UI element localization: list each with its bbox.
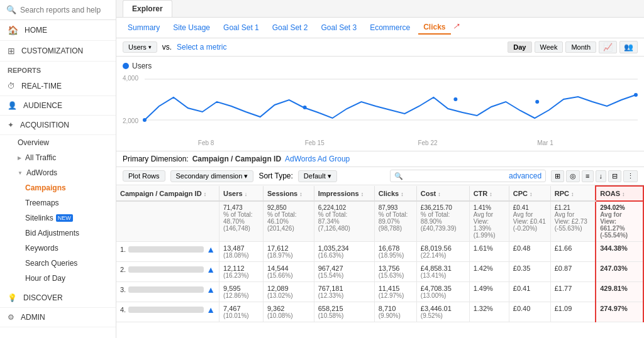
select-metric-link[interactable]: Select a metric: [177, 43, 226, 52]
row3-impressions: 767,181 (12.33%): [314, 282, 374, 302]
sort-icon-users: ↓: [245, 191, 248, 197]
tab-goal-set-3[interactable]: Goal Set 3: [316, 21, 362, 34]
th-cost[interactable]: Cost ↕: [416, 186, 469, 201]
acquisition-icon: ✦: [8, 121, 14, 129]
sidebar-item-realtime[interactable]: ⏱ REAL-TIME: [0, 77, 116, 96]
th-users-label: Users: [223, 190, 243, 197]
totals-cpc: £0.41 Avg for View: £0.41 (-0.20%): [509, 201, 550, 242]
sort-icon-cpc: ↕: [530, 191, 533, 197]
discover-icon: 💡: [8, 293, 17, 302]
sidebar-sub-keywords[interactable]: Keywords: [0, 241, 116, 256]
realtime-label: REAL-TIME: [21, 82, 62, 90]
table-controls: Plot Rows Secondary dimension ▾ Sort Typ…: [116, 167, 644, 185]
row4-roas: 274.97%: [596, 302, 643, 322]
chart-svg-container: 4,000 2,000 Feb 8 Feb 15 Feb 22 Mar 1: [123, 73, 638, 148]
row2-impressions: 967,427 (15.54%): [314, 262, 374, 282]
download-button[interactable]: ↓: [596, 170, 607, 182]
table-search-box: 🔍 advanced: [390, 170, 546, 182]
advanced-link[interactable]: advanced: [509, 172, 541, 180]
totals-row: 71,473 % of Total: 48.70% (146,748) 92,8…: [116, 201, 643, 242]
sidebar-item-customization[interactable]: ⊞ CUSTOMIZATION: [0, 41, 116, 62]
explorer-tab[interactable]: Explorer: [123, 0, 172, 17]
table-search-input[interactable]: [406, 172, 506, 180]
grid-view-button[interactable]: ⊞: [551, 170, 564, 182]
sidebar-sub-search-queries[interactable]: Search Queries: [0, 256, 116, 271]
sidebar-item-audience[interactable]: 👤 AUDIENCE: [0, 96, 116, 116]
sort-icon-cost: ↕: [438, 191, 441, 197]
sidebar: 🔍 🏠 HOME ⊞ CUSTOMIZATION Reports ⏱ REAL-…: [0, 0, 116, 338]
sidebar-sub-bid-adj[interactable]: Bid Adjustments: [0, 226, 116, 241]
tab-ecommerce[interactable]: Ecommerce: [365, 21, 415, 34]
row2-adwords-icon: ▲: [206, 264, 215, 275]
view-icons: ⊞ ◎ ≡ ↓ ⊟ ⋮: [551, 170, 638, 182]
pie-view-button[interactable]: ◎: [566, 170, 580, 182]
th-cpc[interactable]: CPC ↕: [509, 186, 550, 201]
chart-dot: [123, 63, 129, 69]
row1-num: 1.: [120, 246, 126, 253]
tab-site-usage[interactable]: Site Usage: [168, 21, 215, 34]
day-button[interactable]: Day: [508, 41, 531, 53]
month-button[interactable]: Month: [565, 41, 596, 53]
th-roas[interactable]: ROAS ↕: [596, 186, 643, 201]
sidebar-sub-adwords[interactable]: AdWords: [0, 165, 116, 180]
row4-num: 4.: [120, 306, 126, 313]
th-clicks[interactable]: Clicks ↕: [374, 186, 416, 201]
bar-chart-button[interactable]: 👥: [619, 41, 638, 53]
row3-num: 3.: [120, 286, 126, 293]
totals-impressions: 6,224,102 % of Total: 87.34% (7,126,480): [314, 201, 374, 242]
sort-icon-impressions: ↕: [361, 191, 364, 197]
sort-icon-rpc: ↕: [571, 191, 574, 197]
svg-text:Feb 15: Feb 15: [305, 139, 325, 146]
tab-goal-set-1[interactable]: Goal Set 1: [218, 21, 264, 34]
th-campaign-label: Campaign / Campaign ID: [120, 190, 202, 197]
admin-icon: ⚙: [8, 313, 14, 322]
th-ctr[interactable]: CTR ↕: [469, 186, 509, 201]
th-users[interactable]: Users ↓: [219, 186, 264, 201]
sidebar-sub-all-traffic[interactable]: All Traffic: [0, 150, 116, 165]
totals-roas: 294.02% Avg for View: 661.27% (-55.54%): [596, 201, 643, 242]
sidebar-item-discover[interactable]: 💡 DISCOVER: [0, 288, 116, 308]
table-view-button[interactable]: ≡: [582, 170, 593, 182]
table-row: 4. ▲ 7,467 (10.01%) 9,362 (10.08%): [116, 302, 643, 322]
row3-ctr: 1.49%: [469, 282, 509, 302]
tab-summary[interactable]: Summary: [123, 21, 165, 34]
chart-legend: Users: [123, 62, 638, 70]
primary-dim-link[interactable]: AdWords Ad Group: [285, 155, 350, 163]
users-metric-button[interactable]: Users ▾: [123, 41, 157, 53]
sort-type-button[interactable]: Default ▾: [298, 170, 337, 182]
row4-adwords-icon: ▲: [206, 305, 215, 315]
time-controls: Day Week Month 📈 👥: [508, 41, 638, 53]
row1-sessions: 17,612 (18.97%): [263, 242, 314, 262]
th-ctr-label: CTR: [474, 190, 488, 197]
th-sessions[interactable]: Sessions ↕: [263, 186, 314, 201]
week-button[interactable]: Week: [535, 41, 564, 53]
search-icon: 🔍: [6, 5, 16, 14]
secondary-dim-button[interactable]: Secondary dimension ▾: [170, 170, 254, 182]
vs-label: vs.: [162, 43, 172, 52]
row4-cpc: £0.40: [509, 302, 550, 322]
columns-button[interactable]: ⊟: [608, 170, 621, 182]
sidebar-sub-treemaps[interactable]: Treemaps: [0, 195, 116, 210]
svg-point-11: [535, 100, 539, 104]
svg-text:Mar 1: Mar 1: [537, 139, 553, 146]
tab-goal-set-2[interactable]: Goal Set 2: [267, 21, 313, 34]
th-campaign[interactable]: Campaign / Campaign ID ↕: [116, 186, 219, 201]
th-impressions[interactable]: Impressions ↕: [314, 186, 374, 201]
th-rpc[interactable]: RPC ↕: [550, 186, 596, 201]
sub-tabs: Summary Site Usage Goal Set 1 Goal Set 2…: [116, 18, 644, 38]
sidebar-item-home[interactable]: 🏠 HOME: [0, 20, 116, 41]
more-button[interactable]: ⋮: [623, 170, 638, 182]
sidebar-sub-overview[interactable]: Overview: [0, 135, 116, 150]
sidebar-item-acquisition[interactable]: ✦ ACQUISITION: [0, 116, 116, 135]
sidebar-sub-campaigns[interactable]: Campaigns: [0, 180, 116, 195]
search-input[interactable]: [20, 6, 109, 14]
line-chart-button[interactable]: 📈: [599, 41, 617, 53]
sidebar-item-admin[interactable]: ⚙ ADMIN: [0, 308, 116, 327]
sidebar-sub-sitelinks[interactable]: Sitelinks NEW: [0, 210, 116, 226]
tab-clicks[interactable]: Clicks: [418, 21, 450, 35]
plot-rows-button[interactable]: Plot Rows: [123, 170, 165, 182]
sidebar-sub-hour-of-day[interactable]: Hour of Day: [0, 271, 116, 286]
row2-ctr: 1.42%: [469, 262, 509, 282]
chart-area: Users 4,000 2,000 Feb 8 Feb 15 Feb 22 Ma…: [116, 57, 644, 151]
row4-rpc: £1.09: [550, 302, 596, 322]
